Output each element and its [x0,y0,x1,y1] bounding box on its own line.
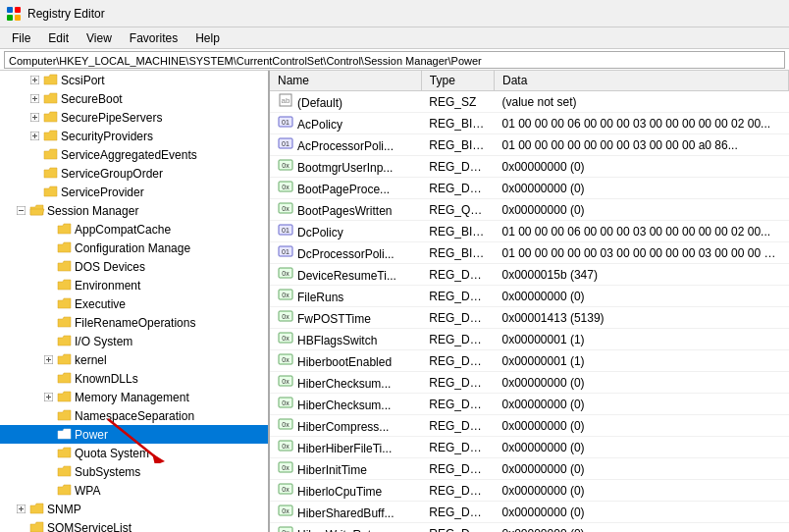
cell-name: 0x HiberChecksum... [270,394,421,415]
table-row[interactable]: 0x HiberChecksum...REG_DWORD0x00000000 (… [270,394,789,415]
cell-type: REG_DWORD [421,350,494,372]
tree-node-configmgr[interactable]: Configuration Manage [0,239,268,257]
folder-icon-secureboot [43,92,59,106]
expand-button-secureboot[interactable] [27,92,41,106]
svg-text:0x: 0x [282,313,289,320]
expand-button-scsiroot[interactable] [27,74,41,87]
col-data[interactable]: Data [495,71,789,91]
table-row[interactable]: 0x BootPageProce...REG_DWORD0x00000000 (… [270,178,789,199]
menu-item-file[interactable]: File [4,29,38,47]
table-row[interactable]: 0x BootPagesWrittenREG_QWORD0x00000000 (… [270,199,789,221]
expand-button-kernel[interactable] [41,353,55,367]
menu-item-help[interactable]: Help [187,29,228,47]
table-row[interactable]: 0x HiberWriteRateREG_DWORD0x00000000 (0) [270,523,789,533]
table-row[interactable]: 01 DcProcessorPoli...REG_BINARY01 00 00 … [270,242,789,264]
tree-node-filerename[interactable]: FileRenameOperations [0,313,268,332]
svg-text:0x: 0x [282,335,289,342]
tree-node-snmp[interactable]: SNMP [0,500,268,518]
table-row[interactable]: 01 DcPolicyREG_BINARY01 00 00 00 06 00 0… [270,221,789,242]
expand-button-appcompat [41,223,55,237]
tree-node-secproviders[interactable]: SecurityProviders [0,127,268,145]
folder-icon-secproviders [43,130,59,143]
expand-button-securepipe[interactable] [27,111,41,125]
table-row[interactable]: 0x FileRunsREG_DWORD0x00000000 (0) [270,286,789,307]
tree-node-subsystems[interactable]: SubSystems [0,462,268,481]
tree-node-sessionmgr[interactable]: Session Manager [0,201,268,220]
tree-node-power[interactable]: Power [0,425,268,444]
tree-node-kernel[interactable]: kernel [0,350,268,369]
tree-node-dosdevices[interactable]: DOS Devices [0,257,268,276]
cell-type: REG_DWORD [421,264,494,286]
expand-button-nssep [41,409,55,423]
cell-data: 0x00000000 (0) [495,415,789,437]
node-label-knowndlls: KnownDLLs [75,372,138,386]
expand-button-secproviders[interactable] [27,130,41,143]
menu-item-view[interactable]: View [79,29,120,47]
table-row[interactable]: 0x HiberHiberFileTi...REG_DWORD0x0000000… [270,437,789,458]
window-title: Registry Editor [27,7,105,21]
reg-icon: 0x [278,525,293,532]
expand-button-wpa [41,484,55,498]
tree-node-environment[interactable]: Environment [0,276,268,294]
reg-icon: 01 [278,223,293,237]
node-label-power: Power [75,428,108,442]
reg-icon: 0x [278,374,293,388]
node-label-svcgrp: ServiceGroupOrder [61,167,163,181]
expand-button-configmgr [41,241,55,255]
tree-node-svcagg[interactable]: ServiceAggregatedEvents [0,145,268,164]
table-row[interactable]: 0x HiberInitTimeREG_DWORD0x00000000 (0) [270,458,789,480]
tree-node-svcgrp[interactable]: ServiceGroupOrder [0,164,268,183]
cell-type: REG_DWORD [421,437,494,458]
tree-node-scsiroot[interactable]: ScsiPort [0,71,268,89]
cell-data: 0x00000000 (0) [495,480,789,502]
table-row[interactable]: 0x HiberChecksum...REG_DWORD0x00000000 (… [270,372,789,394]
expand-button-sessionmgr[interactable] [14,204,27,218]
tree-node-secureboot[interactable]: SecureBoot [0,89,268,108]
table-row[interactable]: 01 AcPolicyREG_BINARY01 00 00 00 06 00 0… [270,113,789,134]
expand-button-memmgmt[interactable] [41,391,55,404]
table-row[interactable]: 01 AcProcessorPoli...REG_BINARY01 00 00 … [270,134,789,156]
tree-node-iosystem[interactable]: I/O System [0,332,268,350]
node-label-quotasys: Quota System [75,447,149,460]
tree-node-memmgmt[interactable]: Memory Management [0,388,268,406]
registry-panel[interactable]: Name Type Data ab (Default)REG_SZ(value … [270,71,789,532]
svg-rect-0 [7,7,13,13]
tree-panel[interactable]: ScsiPort SecureBoot SecurePipeServers Se… [0,71,270,532]
folder-icon-securepipe [43,111,59,125]
table-row[interactable]: 0x HiberbootEnabledREG_DWORD0x00000001 (… [270,350,789,372]
tree-node-appcompat[interactable]: AppCompatCache [0,220,268,239]
col-type[interactable]: Type [421,71,494,91]
table-row[interactable]: 0x BootmgrUserInp...REG_DWORD0x00000000 … [270,156,789,178]
folder-icon-quotasys [57,447,73,460]
svg-text:01: 01 [282,140,289,147]
tree-node-svcprovider[interactable]: ServiceProvider [0,183,268,201]
folder-icon-svcgrp [43,167,59,181]
reg-icon: 0x [278,439,293,452]
tree-node-quotasys[interactable]: Quota System [0,444,268,462]
table-row[interactable]: 0x DeviceResumeTi...REG_DWORD0x0000015b … [270,264,789,286]
table-row[interactable]: 0x FwPOSTTimeREG_DWORD0x00001413 (5139) [270,307,789,329]
tree-node-sqmsvc[interactable]: SQMServiceList [0,518,268,532]
cell-name: 0x HiberInitTime [270,458,421,480]
table-row[interactable]: ab (Default)REG_SZ(value not set) [270,91,789,113]
menu-item-edit[interactable]: Edit [40,29,77,47]
node-label-securepipe: SecurePipeServers [61,111,162,125]
table-row[interactable]: 0x HiberloCpuTimeREG_DWORD0x00000000 (0) [270,480,789,502]
expand-button-svcgrp [27,167,41,181]
menu-item-favorites[interactable]: Favorites [122,29,185,47]
table-row[interactable]: 0x HBFlagsSwitchREG_DWORD0x00000001 (1) [270,329,789,350]
tree-node-wpa[interactable]: WPA [0,481,268,500]
expand-button-snmp[interactable] [14,503,27,516]
tree-node-executive[interactable]: Executive [0,294,268,313]
reg-icon: 0x [278,180,293,193]
reg-icon: 0x [278,288,293,301]
tree-node-knowndlls[interactable]: KnownDLLs [0,369,268,388]
table-row[interactable]: 0x HiberSharedBuff...REG_DWORD0x00000000… [270,502,789,523]
cell-name: 0x HiberWriteRate [270,523,421,533]
cell-name: 0x BootPageProce... [270,178,421,199]
col-name[interactable]: Name [270,71,421,91]
table-row[interactable]: 0x HiberCompress...REG_DWORD0x00000000 (… [270,415,789,437]
cell-data: 0x00000000 (0) [495,286,789,307]
tree-node-securepipe[interactable]: SecurePipeServers [0,108,268,127]
tree-node-nssep[interactable]: NamespaceSeparation [0,406,268,425]
